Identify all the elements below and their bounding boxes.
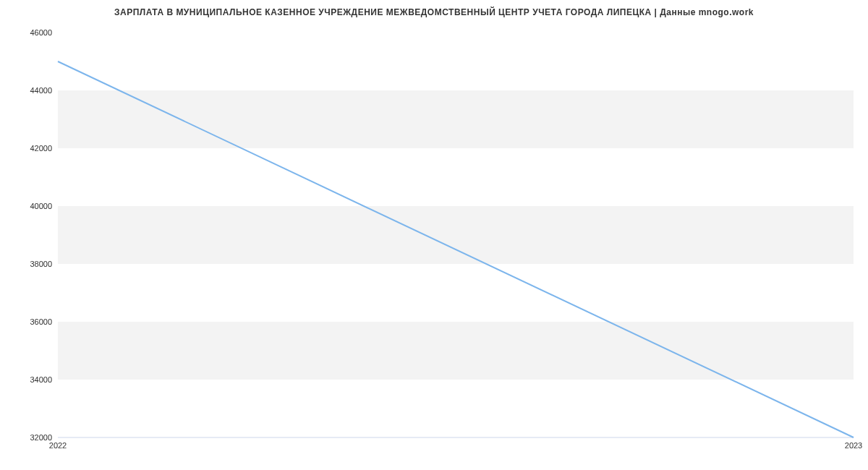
y-tick-label: 42000 — [9, 144, 52, 153]
y-tick-label: 34000 — [9, 375, 52, 384]
x-tick-label: 2023 — [845, 441, 862, 450]
plot-area — [58, 33, 854, 437]
chart-title: ЗАРПЛАТА В МУНИЦИПАЛЬНОЕ КАЗЕННОЕ УЧРЕЖД… — [0, 7, 868, 17]
data-series-line — [58, 61, 854, 437]
y-tick-label: 38000 — [9, 260, 52, 268]
y-tick-label: 46000 — [9, 28, 52, 37]
y-tick-label: 32000 — [9, 433, 52, 442]
y-tick-label: 36000 — [9, 317, 52, 326]
x-tick-label: 2022 — [49, 441, 67, 450]
y-tick-label: 44000 — [9, 86, 52, 95]
chart-svg — [58, 33, 854, 437]
y-tick-label: 40000 — [9, 202, 52, 210]
